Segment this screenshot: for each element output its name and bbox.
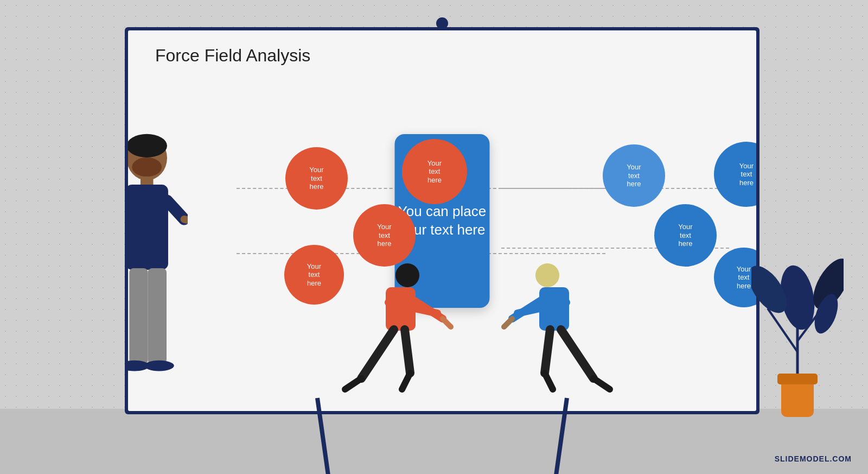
circle-left-1-text: Yourtexthere	[309, 166, 323, 191]
circle-right-2-text: Yourtexthere	[739, 162, 754, 187]
svg-point-23	[535, 263, 559, 287]
circle-right-4-text: Yourtexthere	[737, 265, 751, 290]
circle-right-2: Yourtexthere	[714, 142, 756, 207]
svg-line-25	[561, 330, 593, 378]
circle-left-2: Yourtexthere	[402, 139, 467, 204]
watermark: SLIDEMODEL.COM	[775, 454, 852, 463]
svg-line-6	[167, 200, 184, 219]
svg-line-18	[405, 330, 410, 373]
whiteboard-pin	[436, 17, 448, 29]
svg-rect-32	[781, 379, 814, 417]
circle-right-1: Yourtexthere	[603, 144, 665, 207]
whiteboard-frame: Force Field Analysis You can place your …	[125, 27, 760, 414]
svg-line-7	[184, 219, 188, 222]
svg-rect-5	[128, 185, 168, 270]
circle-left-4-text: Yourtexthere	[307, 262, 321, 288]
whiteboard-inner: Force Field Analysis You can place your …	[128, 30, 756, 411]
circle-left-1: Yourtexthere	[285, 147, 348, 210]
svg-line-16	[361, 330, 394, 378]
circle-right-3: Yourtexthere	[654, 204, 717, 267]
plant-decoration	[751, 254, 844, 422]
svg-point-13	[144, 361, 174, 371]
pusher-right-figure	[501, 259, 626, 411]
circle-left-2-text: Yourtexthere	[427, 159, 442, 185]
svg-line-19	[402, 373, 410, 389]
circle-left-3: Yourtexthere	[353, 204, 416, 267]
svg-line-27	[545, 330, 550, 373]
circle-right-3-text: Yourtexthere	[678, 223, 692, 248]
pusher-left-figure	[329, 259, 454, 411]
svg-line-28	[545, 373, 553, 389]
svg-line-17	[345, 378, 361, 389]
svg-line-30	[504, 319, 512, 327]
svg-rect-10	[129, 268, 148, 364]
whiteboard-wrapper: Force Field Analysis You can place your …	[125, 27, 760, 414]
circle-right-1-text: Yourtexthere	[627, 163, 641, 188]
svg-line-26	[593, 378, 610, 389]
svg-rect-11	[148, 268, 167, 364]
svg-rect-33	[777, 374, 818, 384]
presenter-figure	[128, 129, 188, 411]
svg-point-14	[395, 263, 419, 287]
circle-right-4: Yourtexthere	[714, 248, 756, 307]
svg-line-21	[443, 319, 451, 327]
svg-point-2	[132, 157, 162, 176]
floor	[0, 409, 868, 474]
svg-point-1	[128, 134, 167, 157]
circle-left-3-text: Yourtexthere	[377, 223, 391, 248]
slide-title: Force Field Analysis	[155, 46, 310, 66]
